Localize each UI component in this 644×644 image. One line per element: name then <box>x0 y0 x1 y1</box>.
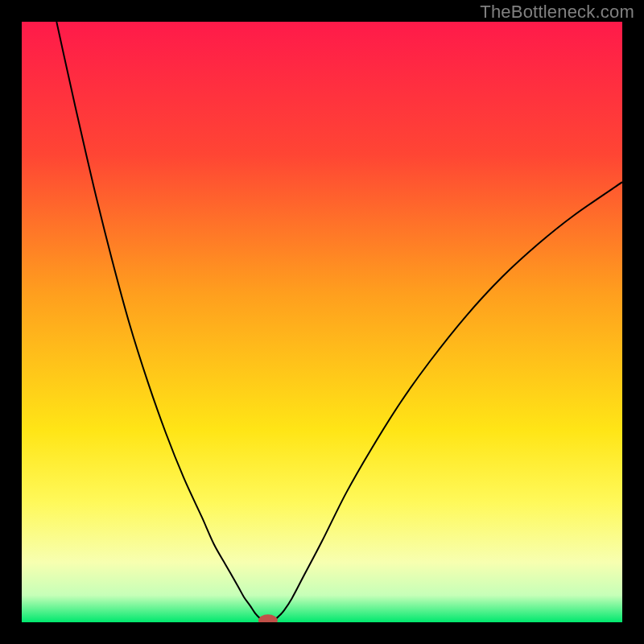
chart-plot-area <box>22 22 622 622</box>
background-gradient-rect <box>22 22 622 622</box>
chart-svg-root <box>22 22 622 622</box>
watermark-text: TheBottleneck.com <box>480 2 634 23</box>
